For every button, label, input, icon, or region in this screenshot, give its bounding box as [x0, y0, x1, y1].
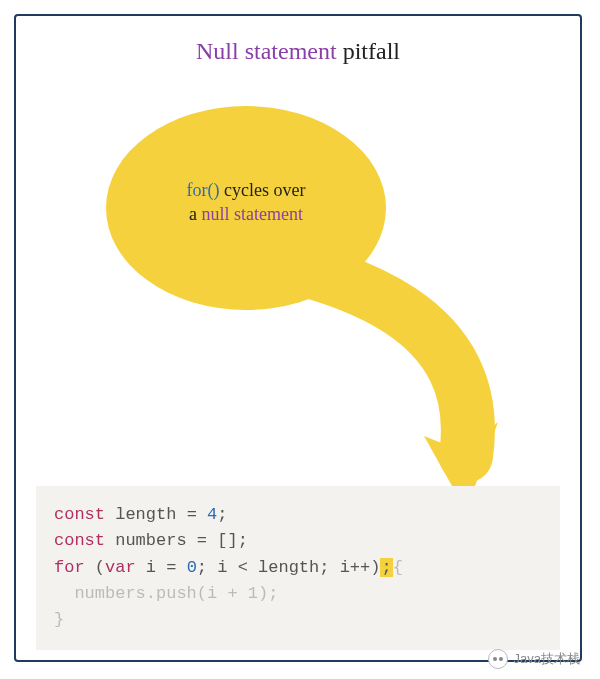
- bubble-text: for() cycles over a null statement: [106, 178, 386, 227]
- code-kw-var: var: [105, 558, 136, 577]
- code-block: const length = 4; const numbers = []; fo…: [36, 486, 560, 650]
- code-l4-rest: );: [258, 584, 278, 603]
- code-l1-rest: length =: [105, 505, 207, 524]
- bubble-line2-a: a: [189, 204, 202, 224]
- code-l3-a: (: [85, 558, 105, 577]
- diagram-frame: Null statement pitfall for() cycles over…: [14, 14, 582, 662]
- title-rest: pitfall: [337, 38, 400, 64]
- code-l3-brace: {: [393, 558, 403, 577]
- code-l1-num: 4: [207, 505, 217, 524]
- speech-bubble: for() cycles over a null statement: [106, 106, 386, 386]
- code-highlighted-semicolon: ;: [380, 558, 392, 577]
- bubble-keyword-for: for(): [187, 180, 220, 200]
- code-l5: }: [54, 610, 64, 629]
- wechat-icon: [488, 649, 508, 669]
- code-l3-c: ; i < length; i++): [197, 558, 381, 577]
- code-kw-const-2: const: [54, 531, 105, 550]
- code-l3-num0: 0: [187, 558, 197, 577]
- code-l3-b: i =: [136, 558, 187, 577]
- code-kw-for: for: [54, 558, 85, 577]
- code-l4-num: 1: [248, 584, 258, 603]
- bubble-keyword-null: null statement: [202, 204, 303, 224]
- page-title: Null statement pitfall: [16, 38, 580, 65]
- bubble-line1-rest: cycles over: [220, 180, 306, 200]
- watermark-text: Java技术栈: [514, 650, 580, 668]
- code-l1-semi: ;: [217, 505, 227, 524]
- code-kw-const-1: const: [54, 505, 105, 524]
- title-accent: Null statement: [196, 38, 337, 64]
- watermark: Java技术栈: [488, 649, 580, 669]
- code-l2-rest: numbers = [];: [105, 531, 248, 550]
- code-l4-body: numbers.push(i +: [54, 584, 248, 603]
